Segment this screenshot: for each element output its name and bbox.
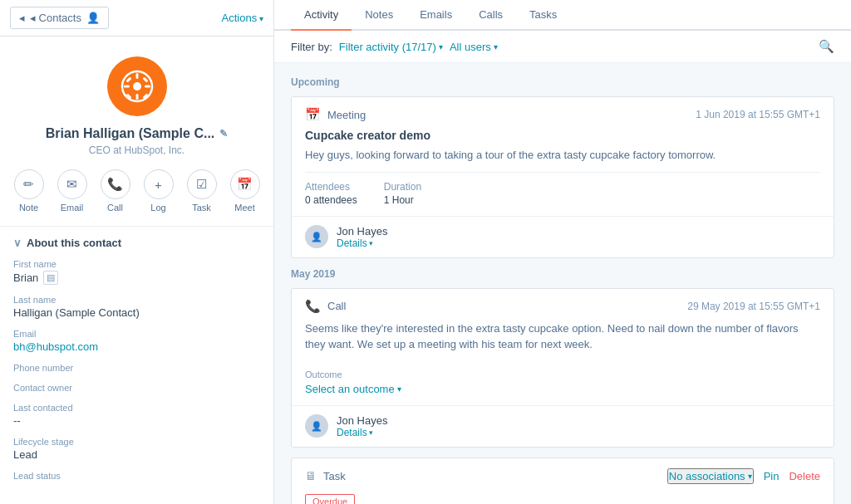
tab-emails[interactable]: Emails (406, 0, 465, 31)
note-label: Note (19, 203, 38, 213)
edit-icon[interactable]: ✎ (219, 128, 228, 139)
call-details-button[interactable]: Details (337, 427, 387, 438)
task-card-body: Overdue (292, 491, 834, 505)
email-field-label: Email (13, 329, 260, 339)
call-type-label: Call (327, 300, 346, 312)
assignee-name: Jon Hayes (337, 225, 387, 237)
no-associations-button[interactable]: No associations (667, 468, 754, 484)
task-label: Task (192, 203, 211, 213)
svg-rect-7 (142, 76, 148, 82)
log-button[interactable]: + Log (144, 169, 174, 213)
assignee-avatar: 👤 (305, 225, 328, 248)
all-users-button[interactable]: All users (450, 41, 498, 53)
filter-left: Filter by: Filter activity (17/17) All u… (291, 41, 498, 53)
may-2019-section-label: May 2019 (291, 268, 834, 280)
tab-activity[interactable]: Activity (291, 0, 352, 31)
first-name-label: First name (13, 259, 260, 269)
call-card-footer: 👤 Jon Hayes Details (292, 405, 834, 447)
phone-label: Phone number (13, 363, 260, 373)
svg-rect-4 (124, 86, 130, 88)
last-contacted-label: Last contacted (13, 403, 260, 413)
meeting-card-description: Hey guys, looking forward to taking a to… (305, 147, 820, 164)
field-lifecycle-stage: Lifecycle stage Lead (13, 437, 260, 461)
left-panel: ◂ ◂ Contacts 👤 Actions Brian Halliga (0, 0, 274, 504)
tab-notes[interactable]: Notes (352, 0, 406, 31)
log-label: Log (150, 203, 165, 213)
duration-label: Duration (384, 181, 421, 193)
about-section: ∨ About this contact First name Brian ▤ … (0, 226, 273, 501)
task-actions: No associations Pin Delete (667, 468, 820, 484)
delete-button[interactable]: Delete (789, 470, 820, 482)
activity-feed: Upcoming 📅 Meeting 1 Jun 2019 at 15:55 G… (274, 63, 851, 504)
email-button[interactable]: ✉ Email (57, 169, 87, 213)
svg-point-1 (133, 82, 141, 91)
about-title: About this contact (27, 237, 121, 249)
task-card: 🖥 Task No associations Pin Delete Overdu… (291, 458, 834, 505)
call-assignee-info: Jon Hayes Details (337, 414, 387, 438)
assignee-info: Jon Hayes Details (337, 225, 387, 249)
contact-name-row: Brian Halligan (Sample C... ✎ (46, 126, 229, 141)
field-last-contacted: Last contacted -- (13, 403, 260, 427)
meeting-type-label: Meeting (327, 109, 366, 121)
task-card-header: 🖥 Task No associations Pin Delete (292, 458, 834, 491)
contact-title: CEO at HubSpot, Inc. (89, 144, 184, 156)
filter-activity-button[interactable]: Filter activity (17/17) (339, 41, 443, 53)
upcoming-section-label: Upcoming (291, 76, 834, 88)
outcome-label: Outcome (305, 369, 820, 379)
about-header[interactable]: ∨ About this contact (13, 237, 260, 249)
call-card-header: 📞 Call 29 May 2019 at 15:55 GMT+1 (292, 289, 834, 321)
svg-rect-5 (145, 86, 150, 88)
actions-button[interactable]: Actions (222, 12, 263, 24)
field-first-name: First name Brian ▤ (13, 259, 260, 285)
outcome-section: Outcome Select an outcome (292, 363, 834, 405)
filter-by-label: Filter by: (291, 41, 332, 53)
log-icon: + (144, 169, 174, 199)
top-bar: ◂ ◂ Contacts 👤 Actions (0, 0, 273, 37)
pin-button[interactable]: Pin (764, 470, 780, 482)
tab-calls[interactable]: Calls (465, 0, 516, 31)
call-label: Call (107, 203, 123, 213)
call-button[interactable]: 📞 Call (101, 169, 130, 213)
attendees-label: Attendees (305, 181, 357, 193)
field-phone: Phone number (13, 363, 260, 373)
call-card: 📞 Call 29 May 2019 at 15:55 GMT+1 Seems … (291, 288, 834, 448)
call-card-date: 29 May 2019 at 15:55 GMT+1 (687, 301, 820, 312)
outcome-select-button[interactable]: Select an outcome (305, 383, 820, 395)
meeting-card-footer: 👤 Jon Hayes Details (292, 216, 834, 257)
last-name-label: Last name (13, 295, 260, 305)
user-icon: 👤 (86, 12, 100, 24)
meeting-card-meta: Attendees 0 attendees Duration 1 Hour (305, 172, 820, 206)
details-button[interactable]: Details (337, 237, 387, 249)
meeting-card-date: 1 Jun 2019 at 15:55 GMT+1 (696, 109, 820, 120)
field-contact-owner: Contact owner (13, 383, 260, 393)
field-last-name: Last name Halligan (Sample Contact) (13, 295, 260, 319)
task-action-button[interactable]: ☑ Task (187, 169, 217, 213)
meeting-card-title: Cupcake creator demo (305, 129, 820, 142)
field-email: Email bh@hubspot.com (13, 329, 260, 353)
avatar (107, 56, 167, 116)
duration-value: 1 Hour (384, 194, 421, 206)
contact-owner-label: Contact owner (13, 383, 260, 393)
contacts-label: ◂ Contacts (30, 12, 81, 24)
attendees-value: 0 attendees (305, 194, 357, 206)
monitor-icon: 🖥 (305, 469, 317, 482)
meeting-card-header: 📅 Meeting 1 Jun 2019 at 15:55 GMT+1 (292, 97, 834, 129)
lifecycle-stage-label: Lifecycle stage (13, 437, 260, 447)
lead-status-label: Lead status (13, 471, 260, 481)
svg-rect-2 (135, 73, 138, 79)
call-card-type: 📞 Call (305, 299, 346, 314)
tab-tasks[interactable]: Tasks (516, 0, 570, 31)
meet-button[interactable]: 📅 Meet (230, 169, 260, 213)
profile-section: Brian Halligan (Sample C... ✎ CEO at Hub… (0, 37, 273, 226)
meeting-card-type: 📅 Meeting (305, 107, 366, 122)
call-assignee-name: Jon Hayes (337, 414, 387, 427)
tabs-bar: Activity Notes Emails Calls Tasks (274, 0, 851, 31)
contacts-button[interactable]: ◂ ◂ Contacts 👤 (10, 7, 109, 29)
svg-rect-3 (135, 94, 138, 100)
chevron-down-icon: ∨ (13, 237, 22, 249)
card-icon: ▤ (43, 271, 58, 285)
note-button[interactable]: ✏ Note (14, 169, 44, 213)
task-type-label: Task (323, 470, 346, 482)
call-icon: 📞 (101, 169, 130, 199)
search-button[interactable]: 🔍 (819, 39, 834, 54)
